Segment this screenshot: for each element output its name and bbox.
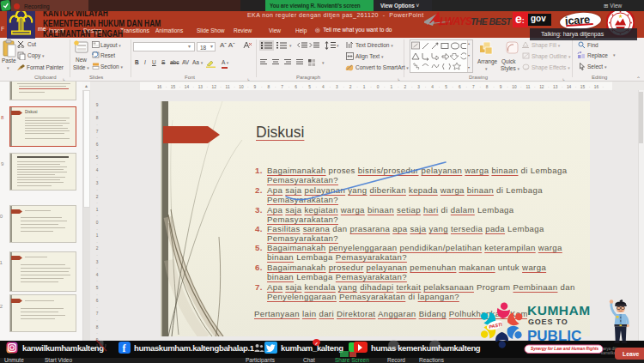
svg-text:6: 6: [295, 85, 297, 89]
svg-text:·: ·: [96, 110, 98, 114]
svg-text:PUBLIC: PUBLIC: [527, 328, 581, 344]
svg-text:·: ·: [96, 201, 98, 205]
svg-text:·: ·: [96, 148, 98, 153]
svg-text:5: 5: [96, 286, 99, 290]
svg-text:3: 3: [336, 85, 338, 89]
svg-text:0: 0: [377, 85, 380, 89]
svg-text:12: 12: [539, 85, 544, 89]
svg-text:12: 12: [212, 85, 217, 89]
svg-text:·: ·: [96, 123, 98, 127]
svg-text:2: 2: [96, 246, 99, 251]
svg-text:·: ·: [96, 188, 98, 192]
svg-text:·: ·: [96, 227, 98, 232]
svg-text:2: 2: [349, 85, 352, 89]
svg-text:3: 3: [96, 260, 99, 264]
svg-text:11: 11: [526, 85, 530, 89]
svg-text:15: 15: [580, 85, 586, 89]
svg-text:3: 3: [96, 181, 99, 185]
svg-text:·: ·: [96, 266, 98, 270]
svg-text:2: 2: [96, 195, 99, 199]
svg-text:·: ·: [96, 318, 98, 323]
svg-text:·: ·: [96, 214, 98, 218]
svg-text:·: ·: [96, 175, 98, 179]
svg-text:9: 9: [96, 103, 99, 107]
svg-text:5: 5: [96, 155, 99, 160]
svg-text:6: 6: [96, 142, 99, 147]
svg-text:6: 6: [459, 85, 461, 89]
svg-text:16: 16: [157, 85, 162, 89]
svg-text:4: 4: [431, 85, 434, 89]
svg-text:1: 1: [363, 85, 366, 89]
svg-text:GOES TO: GOES TO: [528, 318, 568, 326]
svg-text:THE BEST: THE BEST: [471, 16, 512, 27]
svg-text:14: 14: [185, 85, 190, 89]
svg-text:7: 7: [281, 85, 283, 89]
svg-text:9: 9: [500, 85, 502, 89]
svg-text:15: 15: [171, 85, 176, 89]
svg-text:·: ·: [96, 279, 98, 283]
svg-text:10: 10: [239, 85, 244, 89]
svg-text:16: 16: [594, 85, 599, 89]
svg-text:7: 7: [472, 85, 475, 89]
svg-text:KUMHAM: KUMHAM: [527, 303, 591, 318]
svg-text:·: ·: [96, 162, 98, 166]
svg-text:8: 8: [267, 85, 270, 89]
svg-text:7: 7: [96, 312, 99, 316]
svg-text:11: 11: [226, 85, 230, 89]
svg-text:10: 10: [512, 85, 517, 89]
svg-text:13: 13: [198, 85, 204, 89]
svg-text:4: 4: [96, 273, 99, 277]
svg-text:LWAYS: LWAYS: [440, 15, 472, 27]
svg-text:13: 13: [553, 85, 558, 89]
svg-text:·: ·: [96, 136, 98, 140]
svg-text:Synergy for Law and Human Righ: Synergy for Law and Human Rights: [531, 347, 599, 351]
svg-text:5: 5: [445, 85, 447, 89]
svg-text:14: 14: [567, 85, 572, 89]
svg-text:8: 8: [96, 116, 99, 120]
svg-text:0: 0: [96, 221, 99, 225]
svg-text:8: 8: [96, 325, 99, 330]
svg-text:·: ·: [96, 253, 98, 257]
svg-text:·: ·: [96, 331, 98, 336]
svg-text:1: 1: [96, 208, 99, 212]
svg-text:4: 4: [96, 168, 99, 172]
svg-text:·: ·: [96, 293, 98, 297]
svg-text:5: 5: [308, 85, 311, 89]
svg-text:7: 7: [96, 130, 99, 134]
svg-text:8: 8: [486, 85, 489, 89]
svg-text:·: ·: [96, 240, 98, 245]
svg-text:·: ·: [96, 306, 98, 310]
svg-text:2: 2: [404, 85, 406, 89]
svg-text:1: 1: [96, 233, 99, 238]
svg-text:4: 4: [322, 85, 325, 89]
svg-text:9: 9: [254, 85, 257, 89]
svg-text:3: 3: [417, 85, 420, 89]
svg-text:1: 1: [391, 85, 393, 89]
svg-text:6: 6: [96, 299, 99, 303]
